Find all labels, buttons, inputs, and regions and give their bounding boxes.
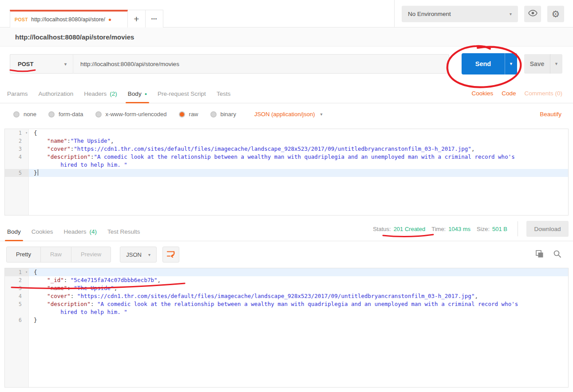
token bbox=[34, 309, 60, 315]
copy-icon[interactable] bbox=[535, 250, 544, 260]
request-body-editor[interactable]: 1▾{2 "name":"The Upside",3 "cover":"http… bbox=[4, 129, 569, 216]
response-tab-test-results[interactable]: Test Results bbox=[102, 223, 146, 241]
radio-icon bbox=[179, 111, 185, 118]
environment-selector[interactable]: No Environment ▾ bbox=[402, 6, 518, 22]
request-links: CookiesCodeComments (0) bbox=[471, 90, 562, 103]
radio-icon bbox=[210, 111, 217, 118]
token: "name" bbox=[47, 285, 67, 291]
code-line[interactable]: 4 "description":"A comedic look at the r… bbox=[5, 153, 568, 161]
link-code[interactable]: Code bbox=[502, 90, 516, 97]
body-mode-x-www-form-urlencoded[interactable]: x-www-form-urlencoded bbox=[95, 111, 167, 118]
token: , bbox=[471, 145, 475, 152]
environment-quick-look-button[interactable] bbox=[524, 6, 541, 22]
save-button[interactable]: Save bbox=[524, 54, 550, 74]
tab-label: Body bbox=[128, 90, 142, 97]
code-line[interactable]: 3 "cover":"https://cdn1.thr.com/sites/de… bbox=[5, 145, 568, 153]
url-input[interactable]: http://localhost:8080/api/store/movies bbox=[73, 54, 449, 74]
body-mode-raw[interactable]: raw bbox=[179, 111, 198, 118]
tab-label: Authorization bbox=[39, 90, 74, 97]
beautify-link[interactable]: Beautify bbox=[540, 111, 561, 118]
meta-label: Time: bbox=[431, 226, 446, 232]
response-tab-headers[interactable]: Headers(4) bbox=[59, 223, 103, 241]
code-line[interactable]: hired to help him. " bbox=[5, 308, 568, 316]
request-tab-pre-request-script[interactable]: Pre-request Script bbox=[152, 85, 211, 103]
token: "The Upside" bbox=[71, 137, 111, 144]
fold-toggle-icon[interactable]: ▾ bbox=[25, 129, 28, 137]
open-request-tab[interactable]: POST http://localhost:8080/api/store/ ● bbox=[10, 10, 128, 27]
new-tab-button[interactable]: + bbox=[128, 10, 146, 27]
code-text: } bbox=[29, 316, 37, 324]
code-line[interactable]: 2 "_id": "5c4e715fa74c07dbbb6ecb7b", bbox=[5, 276, 568, 284]
token bbox=[34, 153, 47, 160]
line-number: 5 bbox=[5, 169, 29, 177]
body-mode-label: raw bbox=[189, 111, 198, 118]
code-text: "_id": "5c4e715fa74c07dbbb6ecb7b", bbox=[29, 276, 161, 284]
token bbox=[34, 285, 47, 291]
save-options-button[interactable]: ▼ bbox=[550, 54, 562, 74]
response-meta: Status:201 CreatedTime:1043 msSize:501 B… bbox=[373, 221, 569, 241]
token: hired to help him. " bbox=[60, 309, 127, 315]
request-tabs: ParamsAuthorizationHeaders(2)Body●Pre-re… bbox=[2, 85, 236, 103]
meta-time: Time:1043 ms bbox=[431, 226, 470, 232]
code-text: { bbox=[29, 268, 37, 276]
link-comments-[interactable]: Comments (0) bbox=[524, 90, 562, 97]
code-line[interactable]: 1▾{ bbox=[5, 129, 568, 137]
body-mode-binary[interactable]: binary bbox=[210, 111, 236, 118]
content-type-selector[interactable]: JSON (application/json) ▾ bbox=[254, 111, 323, 118]
content-type-label: JSON (application/json) bbox=[254, 111, 315, 118]
line-number: 6 bbox=[5, 316, 29, 324]
view-mode-preview[interactable]: Preview bbox=[71, 247, 111, 262]
tab-options-button[interactable]: ••• bbox=[146, 10, 163, 27]
view-mode-raw[interactable]: Raw bbox=[41, 247, 71, 262]
token bbox=[34, 161, 60, 168]
link-cookies[interactable]: Cookies bbox=[471, 90, 493, 97]
send-options-button[interactable]: ▼ bbox=[505, 53, 517, 74]
code-line[interactable]: 6} bbox=[5, 316, 568, 324]
wrap-lines-button[interactable] bbox=[162, 247, 179, 263]
settings-button[interactable]: ⚙ bbox=[547, 6, 564, 22]
tab-url-label: http://localhost:8080/api/store/ bbox=[31, 16, 105, 23]
response-format-selector[interactable]: JSON ▾ bbox=[120, 247, 157, 263]
code-text: { bbox=[29, 129, 37, 137]
code-line[interactable]: 5} bbox=[5, 169, 568, 177]
send-button[interactable]: Send bbox=[462, 53, 505, 74]
request-tab-body[interactable]: Body● bbox=[123, 85, 152, 103]
body-mode-label: x-www-form-urlencoded bbox=[106, 111, 167, 118]
gear-icon: ⚙ bbox=[552, 9, 560, 19]
response-tab-body[interactable]: Body bbox=[2, 223, 26, 241]
chevron-down-icon: ▾ bbox=[64, 62, 67, 67]
method-selector[interactable]: POST ▾ bbox=[10, 54, 73, 74]
code-line[interactable]: hired to help him. " bbox=[5, 161, 568, 169]
token: "A comedic look at the relationship betw… bbox=[97, 301, 518, 307]
view-mode-pretty[interactable]: Pretty bbox=[7, 247, 41, 262]
request-builder-row: POST ▾ http://localhost:8080/api/store/m… bbox=[0, 47, 573, 81]
token: "_id" bbox=[47, 277, 64, 283]
tab-label: Test Results bbox=[107, 228, 140, 235]
body-mode-none[interactable]: none bbox=[13, 111, 36, 118]
code-line[interactable]: 3 "name": "The Upside", bbox=[5, 284, 568, 292]
request-tab-tests[interactable]: Tests bbox=[211, 85, 236, 103]
code-text: "name":"The Upside", bbox=[29, 137, 114, 145]
code-line[interactable]: 4 "cover": "https://cdn1.thr.com/sites/d… bbox=[5, 292, 568, 300]
request-tab-params[interactable]: Params bbox=[2, 85, 33, 103]
divider bbox=[518, 221, 518, 236]
response-toolbar: PrettyRawPreview JSON ▾ bbox=[6, 247, 573, 263]
body-set-dot: ● bbox=[145, 92, 147, 96]
code-line[interactable]: 5 "description": "A comedic look at the … bbox=[5, 300, 568, 308]
fold-toggle-icon[interactable]: ▾ bbox=[25, 268, 28, 276]
code-line[interactable]: 1▾{ bbox=[5, 268, 568, 276]
response-body-editor[interactable]: 1▾{2 "_id": "5c4e715fa74c07dbbb6ecb7b",3… bbox=[4, 268, 569, 388]
token: hired to help him. " bbox=[60, 161, 127, 168]
request-tab-headers[interactable]: Headers(2) bbox=[79, 85, 123, 103]
search-icon[interactable] bbox=[553, 250, 561, 260]
code-text: "cover": "https://cdn1.thr.com/sites/def… bbox=[29, 292, 478, 300]
tab-method-label: POST bbox=[15, 17, 28, 22]
body-mode-form-data[interactable]: form-data bbox=[48, 111, 83, 118]
response-tab-cookies[interactable]: Cookies bbox=[26, 223, 59, 241]
download-button[interactable]: Download bbox=[526, 221, 569, 237]
environment-selected-label: No Environment bbox=[408, 11, 451, 17]
code-text: "description":"A comedic look at the rel… bbox=[29, 153, 515, 161]
request-tab-authorization[interactable]: Authorization bbox=[33, 85, 79, 103]
environment-area: No Environment ▾ ⚙ bbox=[394, 0, 573, 27]
code-line[interactable]: 2 "name":"The Upside", bbox=[5, 137, 568, 145]
